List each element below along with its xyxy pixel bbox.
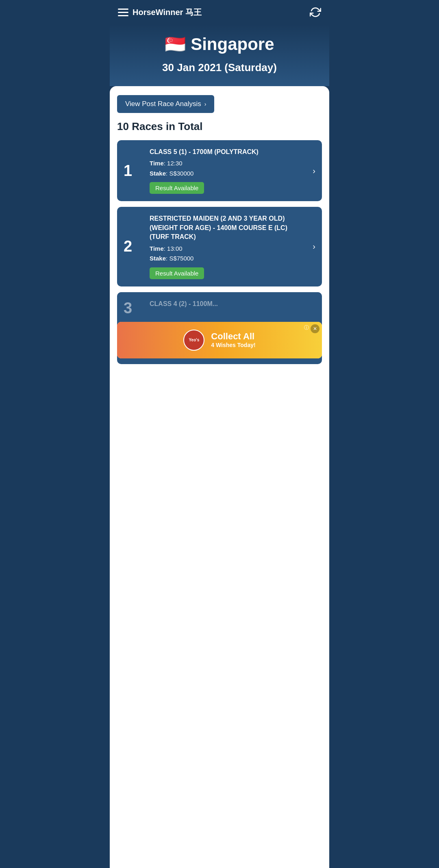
race-card-2[interactable]: 2 RESTRICTED MAIDEN (2 AND 3 YEAR OLD) (… <box>117 207 322 286</box>
ad-content: Collect All 4 Wishes Today! <box>211 332 255 348</box>
ad-subtitle: 4 Wishes Today! <box>211 342 255 348</box>
post-race-btn-label: View Post Race Analysis <box>125 100 201 108</box>
race-class-3: CLASS 4 (2) - 1100M... <box>150 299 315 308</box>
race-stake-2: Stake: S$75000 <box>150 254 309 263</box>
race-card-3[interactable]: 3 CLASS 4 (2) - 1100M... <box>117 292 322 322</box>
race-card-3-wrapper: 3 CLASS 4 (2) - 1100M... Yeo's Collect A… <box>117 292 322 364</box>
race-info-1: CLASS 5 (1) - 1700M (POLYTRACK) Time: 12… <box>150 148 309 194</box>
refresh-button[interactable] <box>310 7 321 18</box>
app-title: HorseWinner 马王 <box>133 7 202 18</box>
race-number-3: 3 <box>124 299 144 317</box>
race-time-1: Time: 12:30 <box>150 159 309 168</box>
race-date: 30 Jan 2021 (Saturday) <box>118 61 321 74</box>
post-race-chevron-icon: › <box>204 101 206 107</box>
country-name: Singapore <box>191 35 274 54</box>
race-number-2: 2 <box>124 238 144 255</box>
race-info-2: RESTRICTED MAIDEN (2 AND 3 YEAR OLD) (WE… <box>150 214 309 279</box>
result-badge-2: Result Available <box>150 267 204 279</box>
hero-section: 🇸🇬 Singapore 30 Jan 2021 (Saturday) <box>110 24 329 86</box>
race-chevron-icon-1: › <box>313 166 315 176</box>
app-header: HorseWinner 马王 <box>110 0 329 24</box>
menu-button[interactable] <box>118 9 128 16</box>
result-badge-1: Result Available <box>150 182 204 194</box>
ad-inner: Yeo's Collect All 4 Wishes Today! ⓘ ✕ <box>117 322 322 358</box>
race-stake-1: Stake: S$30000 <box>150 169 309 178</box>
country-flag: 🇸🇬 <box>165 35 186 54</box>
ad-title: Collect All <box>211 332 255 341</box>
race-card-1[interactable]: 1 CLASS 5 (1) - 1700M (POLYTRACK) Time: … <box>117 140 322 201</box>
ad-brand-logo: Yeo's <box>183 330 204 351</box>
race-chevron-icon-2: › <box>313 242 315 251</box>
race-class-2: RESTRICTED MAIDEN (2 AND 3 YEAR OLD) (WE… <box>150 214 309 241</box>
ad-info-icon[interactable]: ⓘ <box>304 324 309 331</box>
header-left: HorseWinner 马王 <box>118 7 202 18</box>
view-post-race-button[interactable]: View Post Race Analysis › <box>117 95 214 113</box>
race-class-1: CLASS 5 (1) - 1700M (POLYTRACK) <box>150 148 309 156</box>
country-title: 🇸🇬 Singapore <box>118 34 321 54</box>
ad-close-button[interactable]: ✕ <box>311 324 319 333</box>
races-total: 10 Races in Total <box>117 120 322 133</box>
race-time-2: Time: 13:00 <box>150 244 309 254</box>
content-card: View Post Race Analysis › 10 Races in To… <box>110 86 329 868</box>
ad-banner: Yeo's Collect All 4 Wishes Today! ⓘ ✕ <box>117 322 322 358</box>
race-info-3: CLASS 4 (2) - 1100M... <box>150 299 315 311</box>
race-number-1: 1 <box>124 162 144 180</box>
